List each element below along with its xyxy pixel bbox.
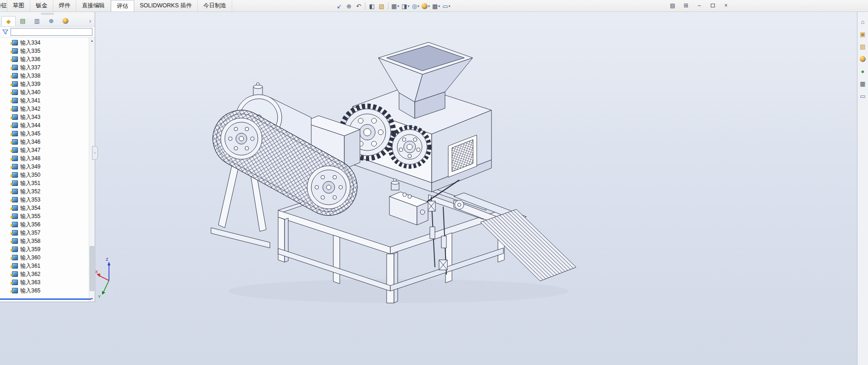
tree-item[interactable]: 输入355: [0, 212, 95, 220]
featuremanager-panel: ◆▤▥⊕› 输入334输入335输入336输入337输入338输入339输入34…: [0, 12, 95, 302]
menu-tab-4[interactable]: 直接编辑: [76, 0, 111, 11]
tree-item[interactable]: 输入346: [0, 138, 95, 146]
tree-item[interactable]: 输入338: [0, 72, 95, 80]
imported-feature-icon: [12, 90, 18, 95]
tree-item[interactable]: 输入354: [0, 204, 95, 212]
zoom-area-icon[interactable]: ⊕: [344, 1, 354, 11]
custom-properties-icon[interactable]: ▦: [859, 79, 867, 88]
edit-appearance-icon[interactable]: ▾: [421, 1, 431, 11]
tree-item[interactable]: 输入345: [0, 129, 95, 138]
view-orientation-icon[interactable]: ▦▾: [390, 1, 400, 11]
previous-view-icon[interactable]: ↶: [354, 1, 363, 11]
menu-bar: 特征草图钣金焊件直接编辑评估SOLIDWORKS 插件今日制造 ↙⊕↶◧▧▦▾◨…: [0, 0, 868, 12]
tree-item[interactable]: 输入348: [0, 154, 95, 163]
display-style-icon[interactable]: ◨▾: [400, 1, 410, 11]
dropdown-caret-icon[interactable]: ▾: [408, 4, 410, 8]
minimize-button[interactable]: –: [694, 1, 704, 10]
tree-item[interactable]: 输入341: [0, 96, 95, 105]
dropdown-caret-icon[interactable]: ▾: [438, 4, 440, 8]
feature-tree: 输入334输入335输入336输入337输入338输入339输入340输入341…: [0, 38, 95, 302]
solidworks-resources-icon[interactable]: ⌂: [859, 17, 867, 26]
section-view-icon[interactable]: ◧: [367, 1, 377, 11]
imported-feature-icon: [12, 180, 18, 186]
propertymanager-tab-icon[interactable]: ▤: [16, 16, 30, 26]
imported-feature-icon: [12, 131, 18, 136]
tree-item[interactable]: 输入340: [0, 88, 95, 96]
tree-item[interactable]: 输入365: [0, 286, 95, 295]
tree-item[interactable]: 输入351: [0, 179, 95, 187]
file-explorer-icon[interactable]: ▤: [859, 42, 867, 51]
file-properties-icon[interactable]: ▤: [668, 1, 678, 10]
tree-item[interactable]: 输入358: [0, 237, 95, 245]
tree-item[interactable]: 输入343: [0, 113, 95, 121]
restore-button[interactable]: [708, 1, 718, 10]
dropdown-caret-icon[interactable]: ▾: [428, 4, 430, 8]
task-pane-toggle-icon[interactable]: ⊞: [681, 1, 691, 10]
imported-feature-icon: [12, 164, 18, 169]
menu-tab-7[interactable]: 今日制造: [198, 0, 232, 11]
imported-feature-icon: [12, 98, 18, 103]
hide-show-items-icon[interactable]: ◎▾: [411, 1, 420, 11]
menu-tab-1[interactable]: 草图: [7, 0, 30, 11]
tree-item[interactable]: 输入360: [0, 253, 95, 262]
tree-item[interactable]: 输入337: [0, 63, 95, 72]
tree-item[interactable]: 输入342: [0, 105, 95, 113]
tree-item[interactable]: 输入344: [0, 121, 95, 129]
tree-item-label: 输入344: [20, 122, 40, 129]
dropdown-caret-icon[interactable]: ▾: [397, 4, 399, 8]
design-library-icon[interactable]: ▣: [859, 30, 867, 38]
tree-scrollbar[interactable]: ▲ ▼: [89, 38, 95, 302]
imported-feature-icon: [12, 263, 18, 269]
tree-item-label: 输入339: [20, 80, 40, 88]
zoom-fit-icon[interactable]: ↙: [335, 1, 344, 11]
panel-tab-strip: ◆▤▥⊕›: [0, 16, 95, 27]
panel-collapse-handle[interactable]: ‹: [92, 146, 98, 160]
dropdown-caret-icon[interactable]: ▾: [449, 4, 451, 8]
tree-item[interactable]: 输入349: [0, 163, 95, 171]
tree-item-label: 输入351: [20, 180, 40, 187]
menu-tab-5[interactable]: 评估: [111, 0, 134, 11]
dimxpertmanager-tab-icon[interactable]: ⊕: [44, 16, 58, 26]
appearances-icon[interactable]: ●: [859, 67, 867, 75]
tree-item[interactable]: 输入357: [0, 229, 95, 237]
menu-tab-2[interactable]: 钣金: [30, 0, 53, 11]
menu-tab-3[interactable]: 焊件: [53, 0, 76, 11]
tree-item[interactable]: 输入347: [0, 146, 95, 154]
view-settings-icon[interactable]: ▭▾: [441, 1, 451, 11]
configurationmanager-tab-icon[interactable]: ▥: [30, 16, 44, 26]
imported-feature-icon: [12, 222, 18, 227]
tree-item[interactable]: 输入352: [0, 187, 95, 196]
dropdown-caret-icon[interactable]: ▾: [417, 4, 419, 8]
tree-item-label: 输入362: [20, 270, 40, 278]
scroll-up-icon[interactable]: ▲: [89, 38, 95, 44]
apply-scene-icon[interactable]: ▩▾: [431, 1, 441, 11]
tree-item[interactable]: 输入339: [0, 80, 95, 88]
menu-tab-0[interactable]: 特征: [0, 0, 7, 11]
tree-item[interactable]: 输入361: [0, 262, 95, 270]
tree-item[interactable]: 输入334: [0, 39, 95, 47]
imported-feature-icon: [12, 73, 18, 79]
tree-item[interactable]: 输入363: [0, 278, 95, 286]
scrollbar-thumb[interactable]: [90, 246, 94, 291]
tree-item[interactable]: 输入335: [0, 47, 95, 55]
panel-grip[interactable]: [0, 12, 95, 16]
forum-icon[interactable]: ▭: [859, 92, 867, 100]
tree-item[interactable]: 输入362: [0, 270, 95, 278]
featuremanager-tab-icon[interactable]: ◆: [1, 16, 16, 26]
graphics-viewport[interactable]: Z X Y: [0, 12, 857, 365]
tree-filter-input[interactable]: [11, 28, 92, 36]
menu-tab-6[interactable]: SOLIDWORKS 插件: [134, 0, 198, 11]
tree-item[interactable]: 输入336: [0, 55, 95, 63]
view-palette-icon[interactable]: [859, 55, 867, 63]
imported-feature-icon: [12, 189, 18, 194]
tree-item[interactable]: 输入359: [0, 245, 95, 253]
imported-feature-icon: [12, 172, 18, 178]
annotations-view-icon[interactable]: ▧: [377, 1, 386, 11]
tree-item[interactable]: 输入350: [0, 171, 95, 179]
tabs-overflow-icon[interactable]: ›: [87, 18, 93, 24]
tree-item[interactable]: 输入356: [0, 220, 95, 229]
close-button[interactable]: ×: [721, 1, 731, 10]
tree-item[interactable]: 输入353: [0, 196, 95, 204]
displaymanager-tab-icon[interactable]: [58, 16, 73, 26]
tree-item-label: 输入335: [20, 47, 40, 55]
